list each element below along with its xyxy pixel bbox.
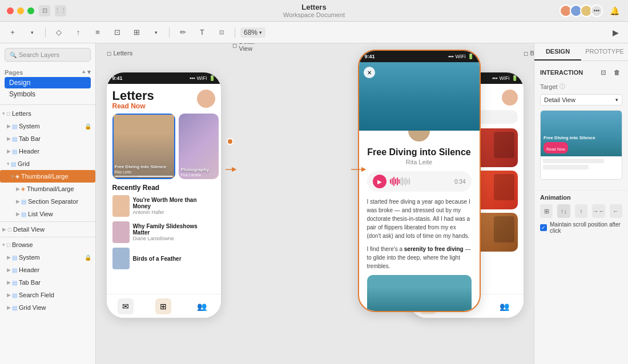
layer-tab-bar-1[interactable]: ▶ ▤ Tab Bar	[0, 132, 95, 145]
layer-system-1[interactable]: ▶ ▤ System 🔒	[0, 120, 95, 132]
anim-icon-2[interactable]: ↑↓	[557, 204, 570, 218]
layer-letters-group[interactable]: ▾ ◻ Letters	[0, 107, 95, 120]
anim-icon-4[interactable]: →←	[592, 204, 605, 218]
thumb-small-1[interactable]: Photography Fua Lamba	[179, 114, 219, 179]
play-button[interactable]: ▶	[607, 26, 623, 39]
tab-prototype[interactable]: PROTOTYPE	[581, 43, 628, 60]
read-title-3: Birds of a Feather	[133, 256, 215, 262]
fullscreen-icon[interactable]: ⊡	[597, 67, 609, 78]
sidebar-divider	[0, 104, 95, 105]
layer-grid[interactable]: ▾ ▤ Grid	[0, 157, 95, 170]
layer-detail-view[interactable]: ▶ ◻ Detail View	[0, 223, 95, 236]
tab-grid-icon[interactable]: ⊞	[155, 298, 171, 314]
anim-icon-3[interactable]: ↑	[575, 204, 587, 218]
animation-icons-group: ⊞ ↑↓ ↑ →← ←	[540, 204, 622, 218]
play-pause-button[interactable]: ▶	[373, 175, 387, 188]
page-item-symbols[interactable]: Symbols	[5, 88, 91, 100]
audio-player[interactable]: ▶	[367, 171, 472, 192]
anim-icon-1[interactable]: ⊞	[540, 204, 553, 218]
read-item-3[interactable]: Birds of a Feather	[112, 248, 215, 269]
search-icon: 🔍	[10, 52, 17, 58]
read-item-2[interactable]: Why Family Slideshows Matter Diane Lansd…	[112, 221, 215, 243]
letters-header: Letters Read Now	[112, 90, 215, 110]
chevron-right-icon[interactable]: ▶	[7, 292, 11, 298]
canvas[interactable]: ◻ Letters 9:41 ▪▪▪ WiFi 🔋	[96, 43, 534, 364]
notifications-button[interactable]: 🔔	[607, 4, 621, 18]
layer-header-1[interactable]: ▶ ▤ Header	[0, 145, 95, 157]
handle-bl[interactable]	[112, 177, 114, 179]
layer-list-view[interactable]: ▶ ▤ List View	[0, 208, 95, 220]
chevron-right-icon[interactable]: ▶	[7, 136, 11, 141]
layer-search-field[interactable]: ▶ ▤ Search Field	[0, 289, 95, 301]
export-tool[interactable]: ↑	[70, 26, 86, 39]
thumb-large-1[interactable]: Free Diving into Silence Rita Leite	[112, 114, 175, 179]
handle-br[interactable]	[174, 177, 175, 179]
mirror-chevron[interactable]: ▾	[148, 26, 164, 39]
layer-thumbnail-large-1[interactable]: ▾ ◈ Thumbnail/Large	[0, 170, 95, 183]
chevron-right-icon[interactable]: ▶	[7, 123, 11, 129]
layer-browse-group[interactable]: ▾ ◻ Browse	[0, 238, 95, 251]
detail-close-button[interactable]: ✕	[364, 67, 375, 78]
letters-phone[interactable]: 9:41 ▪▪▪ WiFi 🔋 Letters Read Now	[107, 72, 221, 318]
tab-design[interactable]: DESIGN	[534, 43, 581, 60]
minimize-button[interactable]	[17, 7, 24, 14]
more-users-button[interactable]: •••	[590, 5, 603, 17]
crop-tool[interactable]: ⊡	[214, 26, 230, 39]
view-toggle-icon[interactable]: ⊡	[39, 5, 50, 17]
anim-icon-5[interactable]: ←	[610, 204, 622, 218]
tab-people-icon[interactable]: 👥	[496, 298, 512, 314]
letters-status-bar: 9:41 ▪▪▪ WiFi 🔋	[107, 72, 221, 84]
folder-icon: ▤	[21, 199, 26, 205]
close-button[interactable]	[7, 7, 14, 14]
maintain-scroll-row[interactable]: ✓ Maintain scroll position after click	[540, 221, 622, 234]
layer-thumbnail-large-2[interactable]: ▶ ◈ Thumbnail/Large	[0, 183, 95, 195]
add-button[interactable]: +	[5, 26, 21, 39]
layer-system-2[interactable]: ▶ ▤ System 🔒	[0, 251, 95, 264]
add-chevron-button[interactable]: ▾	[24, 26, 40, 39]
fullscreen-button[interactable]	[27, 7, 34, 14]
handle-tr[interactable]	[174, 114, 175, 115]
tab-people-icon[interactable]: 👥	[194, 298, 210, 314]
detail-phone[interactable]: 9:41 ▪▪▪ WiFi 🔋 ✕	[358, 50, 481, 312]
layer-header-2[interactable]: ▶ ▤ Header	[0, 264, 95, 276]
chevron-right-icon[interactable]: ▶	[2, 227, 6, 232]
layer-tab-bar-2[interactable]: ▶ ▤ Tab Bar	[0, 276, 95, 289]
wave-bar	[402, 177, 403, 186]
handle-tl[interactable]	[112, 114, 114, 115]
signal-icon: ▪▪▪	[492, 75, 498, 81]
text-tool[interactable]: T	[194, 26, 210, 39]
frame-icon: ◻	[6, 111, 10, 116]
add-page-button[interactable]: + ▾	[82, 68, 91, 76]
shape-tool[interactable]: ◇	[51, 26, 67, 39]
frame-tool[interactable]: ⊡	[109, 26, 125, 39]
chevron-down-icon[interactable]: ▾	[11, 173, 14, 179]
chevron-right-icon[interactable]: ▶	[16, 199, 20, 204]
layer-section-separator[interactable]: ▶ ▤ Section Separator	[0, 195, 95, 208]
layer-grid-view[interactable]: ▶ ▤ Grid View	[0, 301, 95, 314]
layout-tool[interactable]: ≡	[90, 26, 106, 39]
mirror-tool[interactable]: ⊞	[128, 26, 144, 39]
chevron-right-icon[interactable]: ▶	[7, 267, 11, 273]
status-icons: ▪▪▪ WiFi 🔋	[492, 75, 518, 81]
tab-letters-icon[interactable]: ✉	[118, 298, 134, 314]
read-item-1[interactable]: You're Worth More than Money Antonin Haf…	[112, 195, 215, 217]
chevron-right-icon[interactable]: ▶	[16, 186, 20, 192]
chevron-right-icon[interactable]: ▶	[7, 254, 11, 260]
maintain-scroll-checkbox[interactable]: ✓	[540, 224, 547, 231]
read-author-2: Diane Lansdowne	[133, 236, 215, 241]
detail-hero-image: ✕	[359, 62, 480, 131]
chevron-right-icon[interactable]: ▶	[7, 280, 11, 285]
chevron-right-icon[interactable]: ▶	[7, 148, 11, 154]
pen-tool[interactable]: ✏	[175, 26, 191, 39]
chevron-down-icon[interactable]: ▾	[2, 111, 5, 116]
target-select[interactable]: Detail View ▾	[540, 94, 622, 106]
chevron-right-icon[interactable]: ▶	[16, 211, 20, 217]
page-item-design[interactable]: Design	[5, 77, 91, 88]
zoom-control[interactable]: 68% ▾	[240, 27, 265, 38]
chevron-down-icon[interactable]: ▾	[7, 161, 10, 167]
chevron-right-icon[interactable]: ▶	[7, 305, 11, 310]
grid-toggle-icon[interactable]: ⋮⋮	[55, 5, 66, 17]
chevron-down-icon[interactable]: ▾	[2, 242, 5, 248]
trash-icon[interactable]: 🗑	[611, 67, 622, 78]
layer-search-input[interactable]: 🔍 Search Layers	[5, 48, 91, 62]
